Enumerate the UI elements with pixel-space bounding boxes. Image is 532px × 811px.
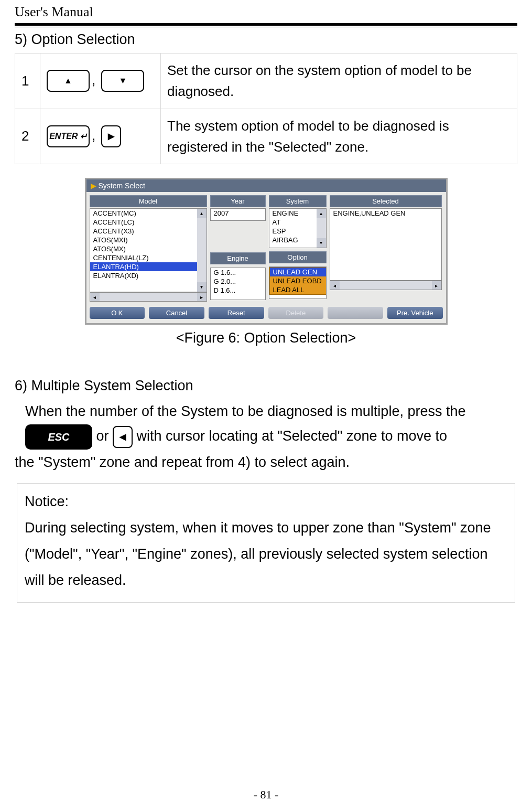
list-item[interactable]: 2007 (211, 209, 265, 218)
scroll-down-icon[interactable]: ▾ (317, 238, 326, 248)
model-scrollbar[interactable]: ▴ ▾ (197, 209, 207, 292)
step1-keys: ▲, ▼ (40, 54, 161, 109)
delete-button[interactable]: Delete (268, 307, 324, 319)
list-item[interactable]: ACCENT(LC) (90, 218, 207, 227)
down-key-icon: ▼ (101, 70, 144, 92)
reset-button[interactable]: Reset (209, 307, 264, 319)
header-system: System (269, 195, 327, 207)
scroll-up-icon[interactable]: ▴ (317, 209, 326, 218)
list-item-selected[interactable]: ELANTRA(HD) (90, 262, 207, 271)
scroll-right-icon[interactable]: ▸ (432, 281, 441, 290)
step1-desc: Set the cursor on the system option of m… (161, 54, 517, 109)
section5-heading: 5) Option Selection (15, 31, 517, 48)
section6-para2: the "System" zone and repeat from 4) to … (15, 450, 517, 476)
list-item[interactable]: CENTENNIAL(LZ) (90, 253, 207, 262)
header-year: Year (210, 195, 266, 207)
scroll-up-icon[interactable]: ▴ (197, 209, 207, 218)
left-key-icon: ◀ (113, 426, 133, 448)
system-scrollbar[interactable]: ▴ ▾ (317, 209, 326, 248)
step-row-2: 2 ENTER ↵, ▶ The system option of model … (15, 109, 517, 164)
step2-keys: ENTER ↵, ▶ (40, 109, 161, 164)
scroll-down-icon[interactable]: ▾ (197, 282, 207, 292)
year-listbox[interactable]: 2007 (210, 208, 266, 221)
model-column: ACCENT(MC) ACCENT(LC) ACCENT(X3) ATOS(MX… (90, 208, 207, 302)
step2-desc: The system option of model to be diagnos… (161, 109, 517, 164)
pre-vehicle-button[interactable]: Pre. Vehicle (387, 307, 443, 319)
window-title: System Select (99, 182, 145, 190)
selected-column: ENGINE,UNLEAD GEN ◂ ▸ (330, 208, 442, 290)
doc-header-title: User's Manual (15, 0, 517, 23)
blank-button (328, 307, 383, 319)
header-rule-thick (15, 23, 517, 26)
ok-button[interactable]: O K (90, 307, 145, 319)
section6-para1: When the number of the System to be diag… (25, 399, 517, 450)
option-item[interactable]: LEAD ALL (270, 285, 327, 294)
up-key-icon: ▲ (47, 70, 90, 92)
selected-listbox[interactable]: ENGINE,UNLEAD GEN (330, 208, 442, 281)
model-listbox[interactable]: ACCENT(MC) ACCENT(LC) ACCENT(X3) ATOS(MX… (90, 208, 207, 292)
system-select-window: ▶System Select Model Year System Selecte… (85, 178, 448, 325)
list-item[interactable]: ATOS(MXI) (90, 236, 207, 244)
option-dropdown[interactable]: UNLEAD GEN UNLEAD EOBD LEAD ALL (269, 267, 327, 295)
step2-num: 2 (15, 109, 40, 164)
title-marker-icon: ▶ (91, 182, 99, 190)
notice-body: During selecting system, when it moves t… (25, 515, 507, 594)
action-bar: O K Cancel Reset Delete Pre. Vehicle (86, 302, 446, 323)
enter-key-icon: ENTER ↵ (47, 125, 90, 147)
list-item[interactable]: ELANTRA(XD) (90, 271, 207, 280)
figure-container: ▶System Select Model Year System Selecte… (15, 178, 517, 325)
figure6-caption: <Figure 6: Option Selection> (15, 330, 517, 346)
list-item[interactable]: ACCENT(MC) (90, 209, 207, 218)
step-row-1: 1 ▲, ▼ Set the cursor on the system opti… (15, 54, 517, 109)
list-item[interactable]: G 2.0... (211, 277, 265, 286)
list-item[interactable]: ACCENT(X3) (90, 227, 207, 236)
right-key-icon: ▶ (101, 125, 121, 147)
list-item[interactable]: D 1.6... (211, 286, 265, 295)
header-engine: Engine (210, 252, 266, 264)
list-item[interactable]: G 1.6... (211, 268, 265, 277)
scroll-left-icon[interactable]: ◂ (330, 281, 340, 290)
selected-hscroll[interactable]: ◂ ▸ (330, 281, 442, 290)
scroll-right-icon[interactable]: ▸ (197, 293, 207, 302)
window-titlebar: ▶System Select (86, 179, 446, 192)
notice-box: Notice: During selecting system, when it… (17, 483, 515, 603)
header-option: Option (269, 251, 327, 263)
list-item[interactable]: ATOS(MX) (90, 244, 207, 253)
engine-listbox[interactable]: G 1.6... G 2.0... D 1.6... (210, 268, 266, 300)
header-model: Model (90, 195, 207, 207)
scroll-left-icon[interactable]: ◂ (90, 293, 100, 302)
header-selected: Selected (330, 195, 442, 207)
notice-title: Notice: (25, 489, 507, 515)
option-item[interactable]: UNLEAD EOBD (270, 276, 327, 285)
page-number: - 81 - (0, 788, 532, 802)
selected-value: ENGINE,UNLEAD GEN (333, 209, 438, 217)
option-item-selected[interactable]: UNLEAD GEN (270, 268, 327, 276)
esc-key-icon: ESC (25, 424, 92, 450)
header-rule-thin (15, 27, 517, 27)
system-listbox[interactable]: ENGINE AT ESP AIRBAG ▴ ▾ (269, 208, 327, 248)
model-hscroll[interactable]: ◂ ▸ (90, 292, 207, 302)
step1-num: 1 (15, 54, 40, 109)
system-option-column: ENGINE AT ESP AIRBAG ▴ ▾ Option UNLEAD G… (269, 208, 327, 299)
section6-heading: 6) Multiple System Selection (15, 378, 517, 394)
steps-table: 1 ▲, ▼ Set the cursor on the system opti… (15, 53, 517, 164)
year-engine-column: 2007 Engine G 1.6... G 2.0... D 1.6... (210, 208, 266, 300)
cancel-button[interactable]: Cancel (149, 307, 204, 319)
